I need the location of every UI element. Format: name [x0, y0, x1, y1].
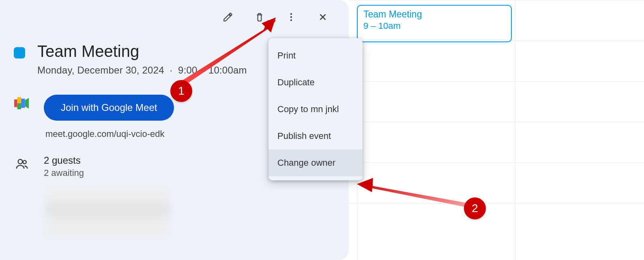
calendar-event-time: 9 – 10am [363, 21, 505, 31]
guests-status: 2 awaiting [44, 168, 170, 178]
options-dropdown: Print Duplicate Copy to mn jnkl Publish … [268, 38, 363, 180]
join-meet-button[interactable]: Join with Google Meet [44, 95, 174, 121]
svg-rect-3 [14, 100, 17, 107]
svg-point-1 [290, 16, 292, 18]
event-datetime: Monday, December 30, 2024 · 9:00 – 10:00… [37, 65, 247, 76]
event-color-chip [14, 47, 25, 58]
guest-list-blurred [45, 186, 170, 238]
svg-point-8 [18, 159, 23, 164]
event-title: Team Meeting [37, 42, 247, 61]
menu-item-duplicate[interactable]: Duplicate [268, 69, 363, 96]
menu-item-copy[interactable]: Copy to mn jnkl [268, 96, 363, 123]
svg-rect-6 [21, 99, 25, 108]
guests-count: 2 guests [44, 155, 170, 166]
annotation-badge-1: 1 [170, 80, 192, 102]
google-meet-icon [14, 97, 30, 110]
svg-point-9 [23, 160, 26, 164]
menu-item-change-owner[interactable]: Change owner [268, 150, 363, 176]
svg-point-2 [290, 19, 292, 21]
people-icon [15, 157, 28, 172]
delete-icon[interactable] [251, 8, 268, 26]
calendar-event-title: Team Meeting [363, 9, 505, 20]
menu-item-publish[interactable]: Publish event [268, 123, 363, 150]
more-options-icon[interactable] [282, 8, 300, 26]
svg-point-0 [290, 13, 292, 15]
calendar-event-block[interactable]: Team Meeting 9 – 10am [357, 5, 512, 42]
svg-rect-4 [17, 97, 21, 103]
meet-link[interactable]: meet.google.com/uqi-vcio-edk [45, 129, 174, 139]
menu-item-print[interactable]: Print [268, 42, 363, 69]
svg-rect-5 [17, 103, 21, 109]
close-icon[interactable] [314, 8, 332, 26]
event-toolbar [0, 8, 349, 26]
svg-marker-7 [25, 98, 29, 109]
edit-icon[interactable] [219, 8, 237, 26]
annotation-badge-2: 2 [464, 197, 486, 219]
